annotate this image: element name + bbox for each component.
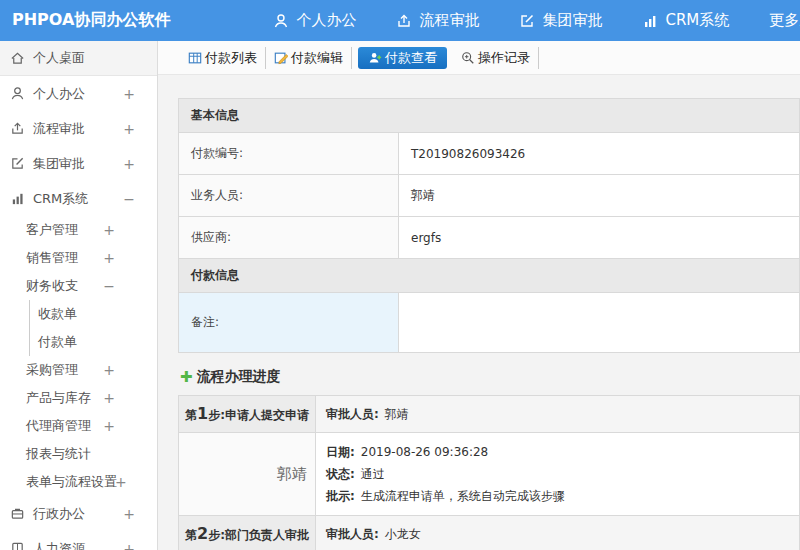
- step-2-title: 第2步:部门负责人审批: [179, 516, 316, 550]
- nav-personal-office[interactable]: 个人办公: [256, 11, 373, 30]
- payment-no-value: T20190826093426: [399, 133, 800, 175]
- step-1-detail: 日期:2019-08-26 09:36:28 状态:通过 批示:生成流程申请单，…: [315, 433, 799, 516]
- sidebar-item-group-approval[interactable]: 集团审批 +: [0, 146, 157, 181]
- step-detail-row: 郭靖 日期:2019-08-26 09:36:28 状态:通过 批示:生成流程申…: [179, 433, 800, 516]
- remark-value: [399, 293, 800, 353]
- collapse-icon[interactable]: −: [103, 278, 157, 294]
- expand-icon[interactable]: +: [103, 390, 157, 406]
- expand-icon[interactable]: +: [103, 418, 157, 434]
- briefcase-icon: [10, 506, 26, 521]
- edit-icon: [519, 13, 535, 29]
- payment-no-label: 付款编号:: [179, 133, 399, 175]
- sidebar-item-sales-mgmt[interactable]: 销售管理 +: [0, 244, 157, 272]
- expand-icon[interactable]: +: [123, 541, 157, 550]
- step-1-approver: 审批人员:郭靖: [315, 396, 799, 433]
- sidebar-item-payment-slip[interactable]: 付款单: [30, 328, 157, 356]
- person-plus-icon: [368, 51, 382, 65]
- section-header-row: 付款信息: [179, 259, 800, 293]
- user-icon: [10, 86, 26, 101]
- step-header-row: 第2步:部门负责人审批 审批人员:小龙女: [179, 516, 800, 550]
- chart-icon: [10, 191, 26, 206]
- book-icon: [10, 541, 26, 550]
- top-nav: 个人办公 流程审批 集团审批 CRM系统 更多应用: [256, 11, 800, 30]
- tab-payment-edit[interactable]: 付款编辑: [266, 47, 352, 69]
- table-row: 备注:: [179, 293, 800, 353]
- nav-workflow-approval[interactable]: 流程审批: [379, 11, 496, 30]
- tab-payment-list[interactable]: 付款列表: [180, 47, 266, 69]
- sidebar-item-products-inventory[interactable]: 产品与库存 +: [0, 384, 157, 412]
- workflow-steps-table: 第1步:申请人提交申请 审批人员:郭靖 郭靖 日期:2019-08-26 09:…: [178, 395, 800, 550]
- payment-info-table: 基本信息 付款编号: T20190826093426 业务人员: 郭靖 供应商:…: [178, 98, 800, 353]
- table-row: 业务人员: 郭靖: [179, 175, 800, 217]
- home-icon: [10, 51, 26, 66]
- sidebar-item-agent-mgmt[interactable]: 代理商管理 +: [0, 412, 157, 440]
- sidebar-item-form-flow-settings[interactable]: 表单与流程设置 +: [0, 468, 157, 496]
- edit-icon: [10, 156, 26, 171]
- sidebar-item-desktop[interactable]: 个人桌面: [0, 41, 157, 76]
- supplier-value: ergfs: [399, 217, 800, 259]
- sidebar-item-customer-mgmt[interactable]: 客户管理 +: [0, 216, 157, 244]
- edit-pencil-icon: [274, 51, 288, 65]
- sidebar-item-admin-office[interactable]: 行政办公 +: [0, 496, 157, 531]
- expand-icon[interactable]: +: [103, 222, 157, 238]
- step-header-row: 第1步:申请人提交申请 审批人员:郭靖: [179, 396, 800, 433]
- chart-icon: [642, 13, 658, 29]
- sidebar-item-purchase-mgmt[interactable]: 采购管理 +: [0, 356, 157, 384]
- sidebar-sublist-finance: 收款单 付款单: [29, 300, 157, 356]
- sidebar-item-hr[interactable]: 人力资源 +: [0, 531, 157, 550]
- section-basic-info: 基本信息: [179, 99, 800, 133]
- business-person-value: 郭靖: [399, 175, 800, 217]
- table-row: 付款编号: T20190826093426: [179, 133, 800, 175]
- expand-icon[interactable]: +: [123, 121, 157, 137]
- sidebar-item-workflow-approval[interactable]: 流程审批 +: [0, 111, 157, 146]
- step-1-approver-name: 郭靖: [179, 433, 316, 516]
- expand-icon[interactable]: +: [123, 86, 157, 102]
- expand-icon[interactable]: +: [123, 156, 157, 172]
- business-person-label: 业务人员:: [179, 175, 399, 217]
- tab-operation-log[interactable]: 操作记录: [453, 47, 539, 69]
- plus-icon: ✚: [180, 370, 193, 385]
- sidebar-item-finance[interactable]: 财务收支 −: [0, 272, 157, 300]
- section-header-row: 基本信息: [179, 99, 800, 133]
- collapse-icon[interactable]: −: [123, 191, 157, 207]
- step-1-title: 第1步:申请人提交申请: [179, 396, 316, 433]
- content: 基本信息 付款编号: T20190826093426 业务人员: 郭靖 供应商:…: [158, 75, 800, 550]
- table-icon: [188, 51, 202, 65]
- sidebar-item-personal-office[interactable]: 个人办公 +: [0, 76, 157, 111]
- flow-icon: [10, 121, 26, 136]
- nav-group-approval[interactable]: 集团审批: [502, 11, 619, 30]
- expand-icon[interactable]: +: [123, 506, 157, 522]
- sidebar-item-crm[interactable]: CRM系统 −: [0, 181, 157, 216]
- expand-icon[interactable]: +: [103, 250, 157, 266]
- expand-icon[interactable]: +: [103, 362, 157, 378]
- sidebar: 个人桌面 个人办公 + 流程审批 + 集团审批 + CRM系统 − 客户管理 +…: [0, 41, 158, 550]
- magnifier-plus-icon: [461, 51, 475, 65]
- sidebar-item-reports-stats[interactable]: 报表与统计: [0, 440, 157, 468]
- section-payment-info: 付款信息: [179, 259, 800, 293]
- supplier-label: 供应商:: [179, 217, 399, 259]
- nav-more-apps[interactable]: 更多应用: [752, 11, 800, 30]
- app-logo: PHPOA协同办公软件: [0, 10, 182, 31]
- workflow-progress-title: ✚ 流程办理进度: [180, 368, 800, 386]
- flow-icon: [396, 13, 412, 29]
- nav-crm-system[interactable]: CRM系统: [625, 11, 746, 30]
- table-row: 供应商: ergfs: [179, 217, 800, 259]
- step-2-approver: 审批人员:小龙女: [315, 516, 799, 550]
- sidebar-item-receipt-slip[interactable]: 收款单: [30, 300, 157, 328]
- tab-payment-view[interactable]: 付款查看: [358, 47, 447, 69]
- topbar: PHPOA协同办公软件 个人办公 流程审批 集团审批 CRM系统: [0, 0, 800, 41]
- main-area: 付款列表 付款编辑 付款查看 操作记录 基本信息: [158, 41, 800, 550]
- user-icon: [273, 13, 289, 29]
- remark-label: 备注:: [179, 293, 399, 353]
- tab-bar: 付款列表 付款编辑 付款查看 操作记录: [158, 41, 800, 75]
- expand-icon[interactable]: +: [115, 474, 141, 490]
